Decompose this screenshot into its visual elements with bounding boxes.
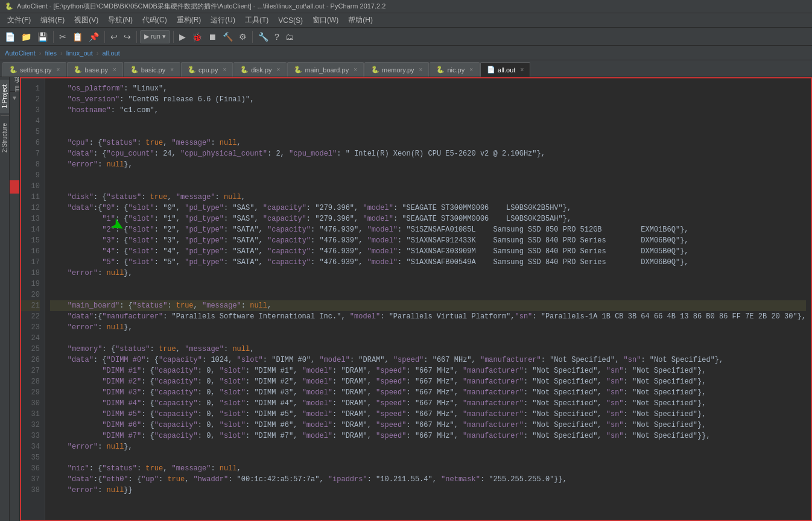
- tab-cpupy[interactable]: 🐍cpu.py×: [181, 62, 233, 77]
- tab-allout[interactable]: 📄all.out×: [480, 62, 530, 77]
- tab-close-button[interactable]: ×: [520, 66, 524, 73]
- tree-item-client.py[interactable]: 🐍client.py: [10, 411, 19, 422]
- tree-item-linux_out[interactable]: ▼📁linux_out: [10, 169, 19, 180]
- tree-item-windows_out[interactable]: ▶📁windows_out: [10, 259, 19, 270]
- tree-item-linux_virtual_out[interactable]: ▶📁linux_virtual_out: [10, 248, 19, 259]
- tab-diskpy[interactable]: 🐍disk.py×: [233, 62, 287, 77]
- line-number: 10: [21, 181, 40, 192]
- tree-item-basic.py[interactable]: 🐍basic.py: [10, 346, 19, 356]
- tree-item-all.out[interactable]: 📄all.out: [10, 180, 19, 194]
- tree-item-disk.py[interactable]: 🐍disk.py: [10, 367, 19, 378]
- menu-item[interactable]: 文件(F): [2, 14, 36, 27]
- tab-memorypy[interactable]: 🐍memory.py×: [364, 62, 429, 77]
- toolbar-icon-3[interactable]: 💾: [35, 31, 50, 43]
- menu-item[interactable]: 运行(U): [206, 14, 240, 27]
- toolbar-icon-build[interactable]: 🔨: [220, 31, 235, 43]
- tree-item-notes[interactable]: ▶📁笔记: [10, 432, 19, 445]
- tab-nicpy[interactable]: 🐍nic.py×: [430, 62, 480, 77]
- menu-item[interactable]: 帮助(H): [343, 14, 378, 27]
- tab-settingspy[interactable]: 🐍settings.py×: [2, 62, 66, 77]
- toolbar-icon-paste[interactable]: 📌: [86, 31, 101, 43]
- editor: ➤ 12345678910111213141516171819202122232…: [20, 77, 812, 521]
- toolbar-icon-2[interactable]: 📁: [19, 31, 34, 43]
- tree-item-memory.out[interactable]: 📄memory.out: [10, 226, 19, 237]
- tree-item-bin[interactable]: ▼📁bin: [10, 104, 19, 115]
- menu-item[interactable]: 导航(N): [103, 14, 138, 27]
- menu-item[interactable]: 编辑(E): [36, 14, 69, 27]
- tab-close-button[interactable]: ×: [223, 66, 226, 73]
- tree-item-auto-client.py[interactable]: 🐍auto-client.py: [10, 115, 19, 126]
- tree-expand-icon[interactable]: ▼: [18, 272, 19, 279]
- menu-item[interactable]: 重构(R): [172, 14, 206, 27]
- line-number: 4: [21, 116, 40, 127]
- tree-expand-icon[interactable]: ▼: [18, 107, 19, 113]
- left-tab-project[interactable]: 1:Project: [0, 80, 9, 113]
- tree-item-lib[interactable]: ▼📁lib: [10, 270, 19, 280]
- tree-item-src[interactable]: ▼📁src: [10, 302, 19, 313]
- tree-expand-icon[interactable]: ▼: [18, 161, 19, 168]
- toolbar-icon-settings[interactable]: 🔧: [256, 31, 271, 43]
- tab-close-button[interactable]: ×: [113, 66, 116, 73]
- tree-item-cert[interactable]: ▶📁cert: [10, 137, 19, 148]
- code-line: "1": {"slot": "1", "pd_type": "SAS", "ca…: [50, 213, 806, 224]
- tree-item-main_board.py[interactable]: 🐍main_board.py: [10, 378, 19, 389]
- tree-item-nic.py[interactable]: 🐍nic.py: [10, 400, 19, 411]
- tab-close-button[interactable]: ×: [277, 66, 281, 73]
- tree-item-nic.out[interactable]: 📄nic.out: [10, 237, 19, 248]
- toolbar-icon-5[interactable]: ⚙: [236, 31, 249, 43]
- tab-basicpy[interactable]: 🐍basic.py×: [124, 62, 180, 77]
- menu-item[interactable]: VCS(S): [273, 15, 308, 26]
- toolbar-icon-undo[interactable]: ↩: [108, 31, 120, 43]
- tab-close-button[interactable]: ×: [170, 66, 174, 73]
- tree-item-response.py[interactable]: 🐍response.py: [10, 280, 19, 291]
- tree-item-scripts.py[interactable]: 🐍scripts.py: [10, 422, 19, 432]
- tree-item-autoclient[interactable]: ▼📁AutoClient E:\python项目\CN: [10, 92, 19, 104]
- tree-item-board.out[interactable]: 📄board out: [10, 194, 19, 204]
- tab-basepy[interactable]: 🐍base.py×: [67, 62, 122, 77]
- tree-item-disk.out[interactable]: 📄disk.out: [10, 215, 19, 226]
- toolbar-icon-copy[interactable]: 📋: [70, 31, 85, 43]
- tree-expand-icon[interactable]: ▼: [18, 128, 19, 135]
- tab-close-button[interactable]: ×: [57, 66, 60, 73]
- tree-item-config[interactable]: ▼📁config: [10, 126, 19, 137]
- line-number: 14: [21, 224, 40, 235]
- menu-item[interactable]: 代码(C): [138, 14, 172, 27]
- menu-item[interactable]: 视图(V): [69, 14, 103, 27]
- toolbar-icon-cut[interactable]: ✂: [57, 31, 69, 43]
- toolbar-icon-run2[interactable]: ▶: [177, 31, 188, 43]
- tree-item-cpu.out[interactable]: 📄cpu.out: [10, 204, 19, 215]
- tree-item-__init__.py[interactable]: 🐍__init__.py: [10, 324, 19, 335]
- toolbar-icon-debug[interactable]: 🐞: [189, 31, 205, 43]
- left-tab-structure[interactable]: 2:Structure: [0, 118, 9, 157]
- tree-item-external[interactable]: ▶📁外部库: [10, 445, 19, 458]
- tree-item-plugins[interactable]: ▼📁plugins: [10, 313, 19, 324]
- tab-close-button[interactable]: ×: [419, 66, 423, 73]
- toolbar-icon-redo[interactable]: ↪: [121, 31, 133, 43]
- toolbar-icon-help[interactable]: ?: [272, 31, 282, 43]
- run-button[interactable]: ▶ run ▾: [140, 30, 170, 43]
- toolbar-icon-vcs[interactable]: 🗂: [283, 31, 296, 43]
- nav-autoclient[interactable]: AutoClient: [5, 49, 36, 57]
- toolbar-icon-stop[interactable]: ⏹: [206, 31, 219, 43]
- tree-item-memory.py[interactable]: 🐍memory.py: [10, 389, 19, 400]
- tab-close-button[interactable]: ×: [469, 66, 473, 73]
- tree-expand-icon[interactable]: ▶: [18, 435, 19, 442]
- tree-expand-icon[interactable]: ▼: [18, 305, 19, 311]
- tab-close-button[interactable]: ×: [354, 66, 357, 73]
- tree-item-cpu.py[interactable]: 🐍cpu.py: [10, 356, 19, 367]
- nav-all-out[interactable]: all.out: [102, 49, 119, 57]
- code-area[interactable]: "os_platform": "Linux", "os_version": "C…: [45, 78, 811, 520]
- tree-expand-icon[interactable]: ▼: [10, 95, 19, 101]
- tree-item-base.py[interactable]: 🐍base.py: [10, 335, 19, 346]
- tab-main_boardpy[interactable]: 🐍main_board.py×: [287, 62, 364, 77]
- menu-item[interactable]: 工具(T): [240, 14, 273, 27]
- tree-item-settings.py[interactable]: 🐍settings.py: [10, 148, 19, 159]
- tab-file-icon: 🐍: [9, 66, 17, 74]
- menu-item[interactable]: 窗口(W): [308, 14, 343, 27]
- nav-linux-out[interactable]: linux_out: [66, 49, 93, 57]
- toolbar-icon-1[interactable]: 📄: [2, 31, 17, 43]
- tree-item-serialize.py[interactable]: 🐍serialize.py: [10, 291, 19, 302]
- tree-expand-icon[interactable]: ▶: [18, 448, 19, 455]
- nav-files[interactable]: files: [45, 49, 57, 57]
- tree-item-files[interactable]: ▼📁files: [10, 159, 19, 169]
